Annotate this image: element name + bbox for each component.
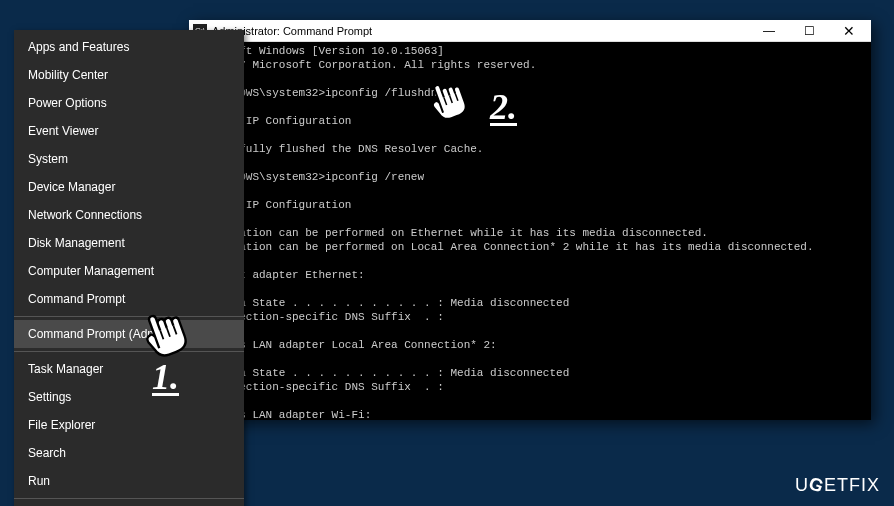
menu-item-mobility-center[interactable]: Mobility Center [14,61,244,89]
menu-item-label: Task Manager [28,362,103,376]
menu-item-search[interactable]: Search [14,439,244,467]
menu-item-label: Computer Management [28,264,154,278]
menu-item-label: Apps and Features [28,40,129,54]
menu-item-label: Disk Management [28,236,125,250]
menu-item-run[interactable]: Run [14,467,244,495]
menu-item-label: Search [28,446,66,460]
maximize-button[interactable]: ☐ [789,21,829,41]
menu-item-disk-management[interactable]: Disk Management [14,229,244,257]
menu-separator [14,351,244,352]
menu-item-power-options[interactable]: Power Options [14,89,244,117]
menu-item-shut-down-or-sign-out[interactable]: Shut down or sign out› [14,502,244,506]
menu-item-computer-management[interactable]: Computer Management [14,257,244,285]
menu-item-command-prompt[interactable]: Command Prompt [14,285,244,313]
cmd-output[interactable]: Microsoft Windows [Version 10.0.15063] (… [189,42,871,420]
menu-item-label: Settings [28,390,71,404]
menu-separator [14,498,244,499]
titlebar[interactable]: C:\ Administrator: Command Prompt — ☐ ✕ [189,20,871,42]
window-title: Administrator: Command Prompt [212,25,749,37]
menu-separator [14,316,244,317]
menu-item-label: Network Connections [28,208,142,222]
menu-item-network-connections[interactable]: Network Connections [14,201,244,229]
menu-item-label: Mobility Center [28,68,108,82]
menu-item-file-explorer[interactable]: File Explorer [14,411,244,439]
menu-item-label: Command Prompt [28,292,125,306]
watermark-brand: UGETFIX [795,475,880,496]
minimize-button[interactable]: — [749,21,789,41]
menu-item-settings[interactable]: Settings [14,383,244,411]
menu-item-apps-and-features[interactable]: Apps and Features [14,33,244,61]
menu-item-device-manager[interactable]: Device Manager [14,173,244,201]
cmd-window[interactable]: C:\ Administrator: Command Prompt — ☐ ✕ … [189,20,871,420]
close-button[interactable]: ✕ [829,21,869,41]
menu-item-task-manager[interactable]: Task Manager [14,355,244,383]
menu-item-event-viewer[interactable]: Event Viewer [14,117,244,145]
menu-item-system[interactable]: System [14,145,244,173]
menu-item-command-prompt-admin[interactable]: Command Prompt (Admin) [14,320,244,348]
winx-context-menu[interactable]: Apps and FeaturesMobility CenterPower Op… [14,30,244,506]
menu-item-label: File Explorer [28,418,95,432]
menu-item-label: System [28,152,68,166]
menu-item-label: Command Prompt (Admin) [28,327,171,341]
menu-item-label: Run [28,474,50,488]
menu-item-label: Device Manager [28,180,115,194]
menu-item-label: Event Viewer [28,124,98,138]
menu-item-label: Power Options [28,96,107,110]
